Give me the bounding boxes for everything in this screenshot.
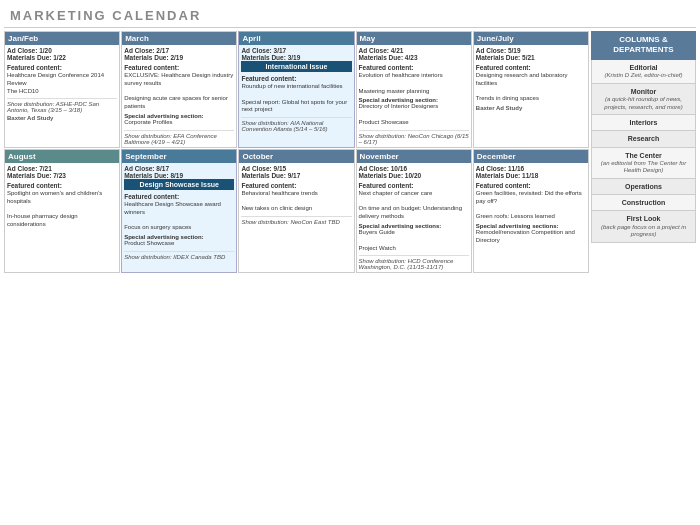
sidebar-item-operations: Operations [591, 179, 696, 195]
dept-detail-firstlook: (back page focus on a project in progres… [596, 224, 691, 240]
baxter-junejuly: Baxter Ad Study [476, 105, 586, 111]
featured-label-junejuly: Featured content: [476, 64, 586, 71]
ad-close-march: Ad Close: 2/17 [124, 47, 234, 54]
showdist-april: Show distribution: AIA National Conventi… [241, 117, 351, 132]
materials-march: Materials Due: 2/19 [124, 54, 234, 61]
sidebar: COLUMNS & DEPARTMENTS Editorial (Kristin… [591, 31, 696, 274]
ad-close-december: Ad Close: 11/16 [476, 165, 586, 172]
dept-name-editorial: Editorial [596, 63, 691, 72]
calendar-section: Jan/Feb Ad Close: 1/20 Materials Due: 1/… [4, 31, 589, 274]
dept-detail-monitor: (a quick-hit roundup of news, projects, … [596, 96, 691, 112]
col-november: November Ad Close: 10/16 Materials Due: … [356, 149, 472, 274]
dept-name-center: The Center [596, 151, 691, 160]
featured-label-august: Featured content: [7, 182, 117, 189]
ad-close-may: Ad Close: 4/21 [359, 47, 469, 54]
col-header-march: March [122, 32, 236, 45]
content-april: Roundup of new international facilities … [241, 83, 351, 114]
materials-junejuly: Materials Due: 5/21 [476, 54, 586, 61]
col-header-september: September [122, 150, 236, 163]
sidebar-item-monitor: Monitor (a quick-hit roundup of news, pr… [591, 84, 696, 116]
ad-close-september: Ad Close: 8/17 [124, 165, 234, 172]
special-content-december: Remodel/renovation Competition and Direc… [476, 229, 586, 245]
sidebar-title: COLUMNS & DEPARTMENTS [613, 35, 673, 54]
content-janfeb: Healthcare Design Conference 2014 Review… [7, 72, 117, 95]
dept-detail-center: (an editorial from The Center for Health… [596, 160, 691, 176]
special-content-september: Product Showcase [124, 240, 234, 248]
materials-august: Materials Due: 7/23 [7, 172, 117, 179]
content-november: Next chapter of cancer care On time and … [359, 190, 469, 221]
showdist-march: Show distribution: EFA Conference Baltim… [124, 130, 234, 145]
content-october: Behavioral healthcare trends New takes o… [241, 190, 351, 213]
col-header-junejuly: June/July [474, 32, 588, 45]
featured-label-october: Featured content: [241, 182, 351, 189]
content-march: EXCLUSIVE: Healthcare Design industry su… [124, 72, 234, 111]
content-may: Evolution of healthcare interiors Master… [359, 72, 469, 95]
design-showcase-label: Design Showcase Issue [124, 179, 234, 190]
sidebar-item-center: The Center (an editorial from The Center… [591, 148, 696, 180]
ad-close-junejuly: Ad Close: 5/19 [476, 47, 586, 54]
sidebar-item-editorial: Editorial (Kristin D Zeit, editor-in-chi… [591, 60, 696, 84]
showdist-janfeb: Show distribution: ASHE-PDC San Antonio,… [7, 98, 117, 113]
featured-label-may: Featured content: [359, 64, 469, 71]
dept-name-operations: Operations [596, 182, 691, 191]
col-header-may: May [357, 32, 471, 45]
featured-label-march: Featured content: [124, 64, 234, 71]
col-august: August Ad Close: 7/21 Materials Due: 7/2… [4, 149, 120, 274]
main-layout: Jan/Feb Ad Close: 1/20 Materials Due: 1/… [4, 31, 696, 274]
ad-close-april: Ad Close: 3/17 [241, 47, 351, 54]
content-september: Healthcare Design Showcase award winners… [124, 201, 234, 232]
featured-label-december: Featured content: [476, 182, 586, 189]
dept-name-research: Research [596, 134, 691, 143]
row-2: August Ad Close: 7/21 Materials Due: 7/2… [4, 149, 589, 274]
materials-may: Materials Due: 4/23 [359, 54, 469, 61]
showdist-may: Show distribution: NeoCon Chicago (6/15 … [359, 130, 469, 145]
col-janfeb: Jan/Feb Ad Close: 1/20 Materials Due: 1/… [4, 31, 120, 148]
featured-label-september: Featured content: [124, 193, 234, 200]
featured-label-janfeb: Featured content: [7, 64, 117, 71]
materials-november: Materials Due: 10/20 [359, 172, 469, 179]
baxter-janfeb: Baxter Ad Study [7, 115, 117, 121]
featured-label-november: Featured content: [359, 182, 469, 189]
col-junejuly: June/July Ad Close: 5/19 Materials Due: … [473, 31, 589, 148]
col-december: December Ad Close: 11/16 Materials Due: … [473, 149, 589, 274]
special-content-may: Directory of Interior DesignersProduct S… [359, 103, 469, 126]
sidebar-item-research: Research [591, 131, 696, 147]
col-header-october: October [239, 150, 353, 163]
content-august: Spotlight on women's and children's hosp… [7, 190, 117, 229]
sidebar-item-firstlook: First Look (back page focus on a project… [591, 211, 696, 243]
ad-close-november: Ad Close: 10/16 [359, 165, 469, 172]
materials-october: Materials Due: 9/17 [241, 172, 351, 179]
dept-name-firstlook: First Look [596, 214, 691, 223]
special-content-march: Corporate Profiles [124, 119, 234, 127]
col-september: September Ad Close: 8/17 Materials Due: … [121, 149, 237, 274]
col-header-april: April [239, 32, 353, 45]
showdist-september: Show distribution: IIDEX Canada TBD [124, 251, 234, 260]
content-december: Green facilities, revisited: Did the eff… [476, 190, 586, 221]
featured-label-april: Featured content: [241, 75, 351, 82]
sidebar-header: COLUMNS & DEPARTMENTS [591, 31, 696, 60]
materials-april: Materials Due: 3/19 [241, 54, 351, 61]
col-march: March Ad Close: 2/17 Materials Due: 2/19… [121, 31, 237, 148]
ad-close-october: Ad Close: 9/15 [241, 165, 351, 172]
materials-janfeb: Materials Due: 1/22 [7, 54, 117, 61]
dept-name-construction: Construction [596, 198, 691, 207]
dept-name-monitor: Monitor [596, 87, 691, 96]
row-1: Jan/Feb Ad Close: 1/20 Materials Due: 1/… [4, 31, 589, 148]
sidebar-item-construction: Construction [591, 195, 696, 211]
col-april: April Ad Close: 3/17 Materials Due: 3/19… [238, 31, 354, 148]
showdist-november: Show distribution: HCD Conference Washin… [359, 255, 469, 270]
intl-issue-label: International Issue [241, 61, 351, 72]
materials-december: Materials Due: 11/18 [476, 172, 586, 179]
sidebar-item-interiors: Interiors [591, 115, 696, 131]
special-content-november: Buyers GuideProject Watch [359, 229, 469, 252]
page-title: MARKETING CALENDAR [4, 4, 696, 28]
col-october: October Ad Close: 9/15 Materials Due: 9/… [238, 149, 354, 274]
ad-close-janfeb: Ad Close: 1/20 [7, 47, 117, 54]
col-header-november: November [357, 150, 471, 163]
col-header-janfeb: Jan/Feb [5, 32, 119, 45]
page: MARKETING CALENDAR Jan/Feb Ad Close: 1/2… [0, 0, 700, 525]
ad-close-august: Ad Close: 7/21 [7, 165, 117, 172]
content-junejuly: Designing research and laboratory facili… [476, 72, 586, 103]
col-may: May Ad Close: 4/21 Materials Due: 4/23 F… [356, 31, 472, 148]
dept-detail-editorial: (Kristin D Zeit, editor-in-chief) [596, 72, 691, 80]
